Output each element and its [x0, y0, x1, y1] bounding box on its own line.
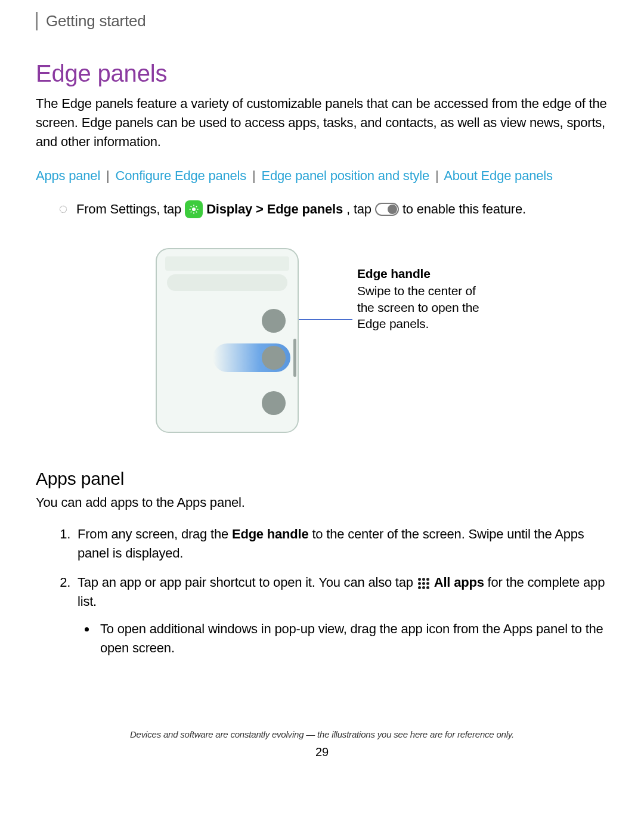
- link-separator: |: [435, 168, 439, 183]
- instruction-mid: , tap: [346, 202, 371, 217]
- step2-bullet: To open additional windows in pop-up vie…: [97, 620, 608, 658]
- phone-statusbar: [165, 256, 289, 271]
- link-configure-edge[interactable]: Configure Edge panels: [115, 168, 246, 183]
- phone-app-dot: [262, 391, 286, 415]
- svg-line-6: [196, 211, 197, 212]
- all-apps-icon: [418, 578, 429, 589]
- step-1: From any screen, drag the Edge handle to…: [74, 525, 608, 563]
- svg-line-7: [191, 211, 192, 212]
- edge-handle-diagram: Edge handle Swipe to the center of the s…: [36, 248, 608, 433]
- svg-line-8: [196, 206, 197, 207]
- instruction-display: Display: [206, 202, 252, 217]
- link-separator: |: [106, 168, 110, 183]
- callout-body: Swipe to the center of the screen to ope…: [357, 284, 479, 330]
- instruction-arrow: >: [256, 202, 264, 217]
- step2-bold: All apps: [434, 575, 484, 590]
- callout-line: [299, 319, 352, 320]
- intro-paragraph: The Edge panels feature a variety of cus…: [36, 94, 608, 151]
- instruction-text: From Settings, tap: [76, 202, 181, 217]
- apps-panel-heading: Apps panel: [36, 469, 608, 489]
- phone-app-dot: [262, 346, 286, 370]
- instruction-edge: Edge panels: [267, 202, 343, 217]
- link-separator: |: [252, 168, 256, 183]
- page-title: Edge panels: [36, 60, 608, 87]
- step2-text-a: Tap an app or app pair shortcut to open …: [78, 575, 413, 590]
- diagram-callout: Edge handle Swipe to the center of the s…: [357, 265, 488, 332]
- phone-app-dot: [262, 309, 286, 333]
- apps-panel-intro: You can add apps to the Apps panel.: [36, 495, 608, 510]
- link-about-edge[interactable]: About Edge panels: [444, 168, 553, 183]
- step2-sublist: To open additional windows in pop-up vie…: [97, 620, 608, 658]
- display-settings-icon: [185, 200, 203, 218]
- step-2: Tap an app or app pair shortcut to open …: [74, 573, 608, 658]
- bullet-icon: [60, 206, 67, 213]
- instruction-post: to enable this feature.: [402, 202, 526, 217]
- svg-point-0: [192, 208, 196, 211]
- svg-line-5: [191, 206, 192, 207]
- phone-illustration: [156, 248, 299, 433]
- link-position-style[interactable]: Edge panel position and style: [261, 168, 429, 183]
- breadcrumb: Getting started: [36, 12, 608, 30]
- phone-searchbar: [167, 274, 288, 291]
- step1-bold: Edge handle: [232, 527, 309, 541]
- section-links: Apps panel | Configure Edge panels | Edg…: [36, 168, 608, 184]
- toggle-icon: [375, 203, 399, 216]
- link-apps-panel[interactable]: Apps panel: [36, 168, 100, 183]
- enable-instruction: From Settings, tap Display > Edge panels…: [60, 200, 608, 218]
- step1-text-a: From any screen, drag the: [78, 527, 232, 541]
- steps-list: From any screen, drag the Edge handle to…: [74, 525, 608, 658]
- page-number: 29: [36, 745, 608, 759]
- edge-handle-icon: [293, 339, 296, 377]
- callout-title: Edge handle: [357, 265, 488, 281]
- footer-note: Devices and software are constantly evol…: [36, 729, 608, 739]
